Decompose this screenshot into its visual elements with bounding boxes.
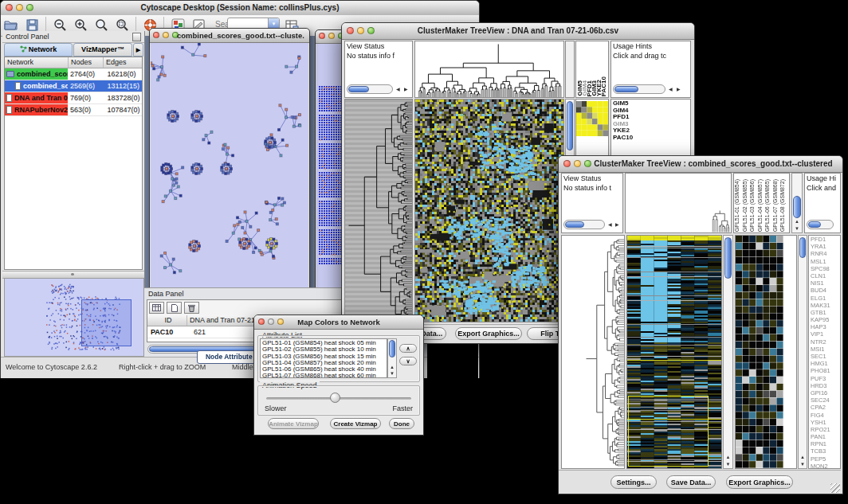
save-icon[interactable] bbox=[24, 17, 40, 33]
tv1-heatmap-panel[interactable] bbox=[414, 99, 564, 322]
column-dendrogram-canvas[interactable] bbox=[415, 41, 563, 97]
attribute-list-item[interactable]: GPL51-07 (GSM868) heat shock 60 min bbox=[262, 373, 387, 378]
close-button[interactable] bbox=[153, 32, 159, 38]
scrollbar-thumb[interactable] bbox=[567, 101, 573, 150]
tv2-column-dendrogram-panel[interactable] bbox=[625, 173, 732, 233]
scrollbar-thumb[interactable] bbox=[565, 221, 584, 228]
select-attributes-icon[interactable] bbox=[149, 302, 164, 314]
network-table-row[interactable]: combined_scores 2764(0) 16218(0) bbox=[5, 68, 142, 80]
network-canvas[interactable] bbox=[151, 43, 308, 294]
gene-label[interactable]: NIS1 bbox=[811, 279, 840, 287]
gene-label[interactable]: SPC98 bbox=[811, 265, 840, 272]
gene-label[interactable]: RNR4 bbox=[811, 250, 840, 257]
open-icon[interactable] bbox=[3, 17, 19, 33]
scroll-down-icon[interactable]: ▼ bbox=[388, 370, 396, 377]
gene-label[interactable]: YSH1 bbox=[811, 419, 840, 426]
scrollbar-thumb[interactable] bbox=[799, 237, 806, 258]
tv2-zoom-heatmap-panel[interactable] bbox=[735, 235, 797, 469]
tv2-heatmap-vscrollbar[interactable]: ▲ ▼ bbox=[723, 235, 733, 469]
tv1-gene-dendrogram-panel[interactable] bbox=[344, 99, 413, 322]
close-button[interactable] bbox=[319, 33, 325, 39]
zoom-out-icon[interactable] bbox=[52, 17, 68, 33]
dialog-titlebar[interactable]: Map Colors to Network bbox=[254, 315, 423, 330]
network-view-titlebar[interactable]: combined_scores_good.txt--cluste... bbox=[150, 29, 309, 43]
gene-label[interactable]: MSL1 bbox=[811, 258, 840, 265]
gene-label[interactable]: MSI1 bbox=[811, 346, 840, 353]
zoom-selected-icon[interactable] bbox=[114, 17, 130, 33]
gene-label[interactable]: MAK31 bbox=[811, 302, 840, 309]
gene-label[interactable]: GPI16 bbox=[811, 389, 840, 397]
gene-label[interactable]: RPN1 bbox=[811, 440, 840, 447]
scroll-left-icon[interactable]: ◀ bbox=[608, 221, 612, 227]
scroll-down-icon[interactable]: ▼ bbox=[724, 461, 732, 467]
gene-label[interactable]: PAN1 bbox=[811, 433, 840, 440]
tab-vizmapper[interactable]: VizMapper™ bbox=[73, 43, 132, 57]
minimize-button[interactable] bbox=[268, 318, 274, 325]
tv2-heatmap-panel[interactable] bbox=[626, 235, 722, 469]
save-data-button[interactable]: Save Data... bbox=[666, 475, 716, 489]
scroll-down-icon[interactable]: ▼ bbox=[799, 461, 807, 467]
new-attribute-icon[interactable] bbox=[167, 302, 182, 314]
scrollbar-thumb[interactable] bbox=[614, 86, 638, 92]
scroll-down-icon[interactable]: ▼ bbox=[792, 225, 802, 232]
scroll-up-icon[interactable]: ▲ bbox=[388, 364, 396, 370]
heatmap-canvas[interactable] bbox=[415, 100, 563, 322]
gene-label[interactable]: HAP3 bbox=[811, 323, 840, 330]
gene-label[interactable]: ELG1 bbox=[811, 295, 840, 302]
animate-vizmap-button[interactable]: Animate Vizmap bbox=[268, 418, 319, 429]
network-table-row[interactable]: combined_sco 2569(6) 13112(15) bbox=[5, 80, 142, 92]
gene-label[interactable]: PAC10 bbox=[613, 135, 690, 142]
tab-overflow-button[interactable]: ▶ bbox=[133, 43, 143, 57]
scroll-right-icon[interactable]: ▶ bbox=[677, 86, 681, 92]
gene-label[interactable]: PHO81 bbox=[811, 367, 840, 374]
gene-label[interactable]: HMG1 bbox=[811, 360, 840, 367]
close-button[interactable] bbox=[258, 318, 265, 325]
tv2-gene-dendrogram-panel[interactable] bbox=[561, 235, 625, 469]
scroll-up-icon[interactable]: ▲ bbox=[724, 454, 732, 460]
tv1-status-hscrollbar[interactable] bbox=[347, 84, 393, 94]
move-up-button[interactable]: ∧ bbox=[399, 344, 417, 353]
zoom-in-icon[interactable] bbox=[73, 17, 88, 33]
birdseye-view-canvas[interactable] bbox=[4, 278, 144, 357]
scroll-right-icon[interactable]: ▶ bbox=[615, 221, 619, 227]
resize-grip[interactable] bbox=[830, 483, 840, 493]
minimize-button[interactable] bbox=[328, 33, 335, 39]
attribute-list-vscrollbar[interactable]: ▲ ▼ bbox=[387, 338, 397, 378]
scrollbar-thumb[interactable] bbox=[724, 237, 732, 279]
move-down-button[interactable]: ∨ bbox=[399, 357, 417, 365]
minimize-button[interactable] bbox=[163, 32, 169, 38]
network-table-header[interactable]: Network Nodes Edges bbox=[5, 57, 142, 68]
scroll-up-icon[interactable]: ▲ bbox=[799, 454, 807, 460]
gene-label[interactable]: BUD4 bbox=[811, 287, 840, 294]
column-dendrogram-canvas[interactable] bbox=[626, 174, 731, 232]
gene-label[interactable]: SEC24 bbox=[811, 397, 840, 404]
scroll-left-icon[interactable]: ◀ bbox=[396, 86, 400, 92]
speed-slider-thumb[interactable] bbox=[330, 393, 340, 403]
gene-label[interactable]: GTB1 bbox=[811, 309, 840, 316]
close-button[interactable] bbox=[563, 160, 571, 167]
create-vizmap-button[interactable]: Create Vizmap bbox=[330, 418, 381, 429]
gene-label[interactable]: RPO21 bbox=[811, 426, 840, 433]
export-graphics-button[interactable]: Export Graphics... bbox=[726, 475, 793, 489]
scrollbar-thumb[interactable] bbox=[808, 221, 821, 228]
gene-dendrogram-canvas[interactable] bbox=[345, 100, 412, 322]
scrollbar-thumb[interactable] bbox=[348, 86, 369, 92]
network-table-row[interactable]: DNA and Tran 07 769(0) 183728(0) bbox=[5, 92, 142, 104]
export-graphics-button[interactable]: Export Graphics... bbox=[455, 327, 522, 340]
gene-label[interactable]: CLN1 bbox=[811, 272, 840, 279]
zoomed-heatmap-canvas[interactable] bbox=[736, 236, 783, 468]
gene-label[interactable]: CPA2 bbox=[811, 404, 840, 411]
tab-network[interactable]: Network bbox=[4, 43, 73, 57]
scroll-left-icon[interactable]: ◀ bbox=[669, 86, 673, 92]
tv1-column-dendrogram-panel[interactable] bbox=[414, 41, 564, 98]
minimize-button[interactable] bbox=[357, 27, 364, 34]
gene-label[interactable]: KAP95 bbox=[811, 316, 840, 323]
minimize-button[interactable] bbox=[574, 160, 581, 167]
zoom-window-button[interactable] bbox=[277, 318, 284, 325]
gene-label[interactable]: PUF3 bbox=[811, 375, 840, 382]
network-table-row[interactable]: RNAPuberNov2+ 563(0) 107847(0) bbox=[5, 104, 142, 116]
settings-button[interactable]: Settings... bbox=[610, 475, 657, 489]
gene-label[interactable]: NTR2 bbox=[811, 338, 840, 346]
main-titlebar[interactable]: Cytoscape Desktop (Session Name: collins… bbox=[1, 1, 479, 16]
gene-label[interactable]: SEC1 bbox=[811, 353, 840, 360]
